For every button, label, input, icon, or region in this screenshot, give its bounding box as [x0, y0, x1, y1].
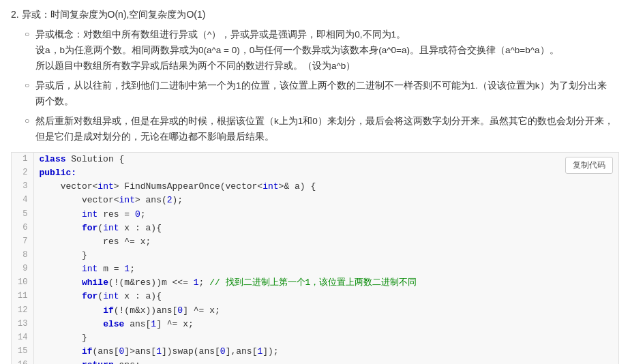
table-row: 5 int res = 0;: [12, 208, 618, 222]
bullet-text-1: 异或概念：对数组中所有数组进行异或（^），异或异或是强调异，即相同为0,不同为1…: [35, 29, 559, 71]
section-header: 2. 异或：时间复杂度为O(n),空间复杂度为O(1): [11, 7, 619, 22]
line-code: class Solution {: [33, 153, 618, 166]
table-row: 12 if(!(m&x))ans[0] ^= x;: [12, 304, 618, 318]
table-row: 6 for(int x : a){: [12, 222, 618, 235]
table-row: 1 class Solution {: [12, 153, 618, 166]
line-num: 15: [12, 345, 33, 359]
bullet-item-3: 然后重新对数组异或，但是在异或的时候，根据该位置（k上为1和0）来划分，最后会将…: [25, 114, 619, 145]
line-num: 14: [12, 331, 33, 345]
line-num: 5: [12, 208, 33, 222]
page-container: 2. 异或：时间复杂度为O(n),空间复杂度为O(1) 异或概念：对数组中所有数…: [0, 0, 630, 364]
line-num: 9: [12, 262, 33, 276]
table-row: 7 res ^= x;: [12, 235, 618, 249]
line-num: 3: [12, 180, 33, 194]
line-num: 6: [12, 222, 33, 235]
table-row: 11 for(int x : a){: [12, 290, 618, 303]
line-code: if(ans[0]>ans[1])swap(ans[0],ans[1]);: [33, 345, 618, 359]
line-num: 1: [12, 153, 33, 166]
table-row: 8 }: [12, 249, 618, 262]
line-code: for(int x : a){: [33, 222, 618, 235]
line-code: vector<int> FindNumsAppearOnce(vector<in…: [33, 180, 618, 194]
line-num: 12: [12, 304, 33, 318]
line-code: public:: [33, 166, 618, 180]
line-num: 10: [12, 276, 33, 290]
line-code: vector<int> ans(2);: [33, 194, 618, 207]
line-code: }: [33, 331, 618, 345]
bullet-list: 异或概念：对数组中所有数组进行异或（^），异或异或是强调异，即相同为0,不同为1…: [25, 27, 619, 145]
table-row: 13 else ans[1] ^= x;: [12, 318, 618, 331]
line-code: res ^= x;: [33, 235, 618, 249]
section-title: 2. 异或：时间复杂度为O(n),空间复杂度为O(1): [11, 9, 205, 20]
table-row: 15 if(ans[0]>ans[1])swap(ans[0],ans[1]);: [12, 345, 618, 359]
table-row: 4 vector<int> ans(2);: [12, 194, 618, 207]
line-code: if(!(m&x))ans[0] ^= x;: [33, 304, 618, 318]
line-num: 13: [12, 318, 33, 331]
bullet-text-3: 然后重新对数组异或，但是在异或的时候，根据该位置（k上为1和0）来划分，最后会将…: [35, 116, 614, 142]
line-num: 8: [12, 249, 33, 262]
bullet-item-1: 异或概念：对数组中所有数组进行异或（^），异或异或是强调异，即相同为0,不同为1…: [25, 27, 619, 74]
line-code: while(!(m&res))m <<= 1; // 找到二进制上第一个1，该位…: [33, 276, 618, 290]
line-code: }: [33, 249, 618, 262]
code-table: 1 class Solution { 2 public: 3 vector<in…: [12, 153, 618, 364]
table-row: 16 return ans;: [12, 359, 618, 364]
bullet-item-2: 异或后，从以往前，找到他们二进制中第一个为1的位置，该位置上两个数的二进制不一样…: [25, 78, 619, 110]
table-row: 3 vector<int> FindNumsAppearOnce(vector<…: [12, 180, 618, 194]
code-block: 复制代码 1 class Solution { 2 public: 3 vect…: [11, 152, 619, 364]
line-num: 4: [12, 194, 33, 207]
bullet-text-2: 异或后，从以往前，找到他们二进制中第一个为1的位置，该位置上两个数的二进制不一样…: [35, 80, 607, 106]
table-row: 10 while(!(m&res))m <<= 1; // 找到二进制上第一个1…: [12, 276, 618, 290]
copy-button[interactable]: 复制代码: [565, 157, 613, 174]
table-row: 9 int m = 1;: [12, 262, 618, 276]
line-code: int res = 0;: [33, 208, 618, 222]
line-code: return ans;: [33, 359, 618, 364]
line-code: for(int x : a){: [33, 290, 618, 303]
line-num: 2: [12, 166, 33, 180]
line-num: 16: [12, 359, 33, 364]
table-row: 2 public:: [12, 166, 618, 180]
line-code: int m = 1;: [33, 262, 618, 276]
table-row: 14 }: [12, 331, 618, 345]
line-code: else ans[1] ^= x;: [33, 318, 618, 331]
line-num: 11: [12, 290, 33, 303]
line-num: 7: [12, 235, 33, 249]
